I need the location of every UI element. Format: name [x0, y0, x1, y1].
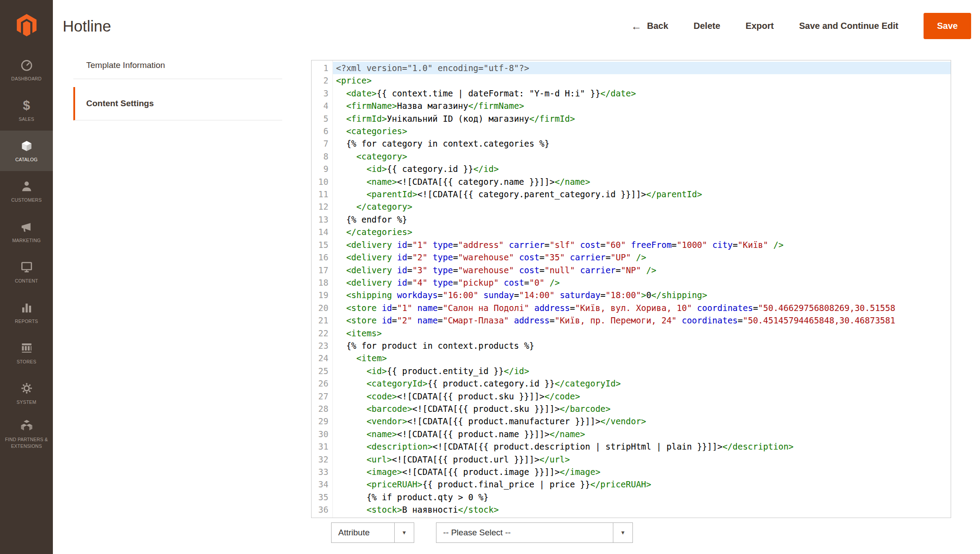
sidebar-item-label: DASHBOARD — [9, 76, 43, 82]
chevron-down-icon[interactable]: ▼ — [394, 523, 414, 542]
code-line: <category> — [333, 150, 951, 163]
line-number: 26 — [312, 377, 332, 390]
please-select-dropdown[interactable]: -- Please Select -- ▼ — [436, 522, 633, 543]
line-number: 30 — [312, 428, 332, 440]
sidebar-item-find-partners[interactable]: FIND PARTNERS & EXTENSIONS — [0, 414, 53, 454]
code-line: </categories> — [333, 226, 951, 238]
page-title: Hotline — [63, 17, 111, 35]
sidebar-item-system[interactable]: SYSTEM — [0, 373, 53, 414]
line-number: 31 — [312, 440, 332, 453]
line-number: 4 — [312, 100, 332, 112]
partners-icon — [20, 418, 34, 433]
code-line: <priceRUAH>{{ product.final_price | pric… — [333, 478, 951, 490]
code-line: <price> — [333, 74, 951, 87]
back-arrow-icon: ← — [631, 21, 642, 32]
sidebar-item-label: CONTENT — [13, 278, 40, 284]
code-line: <firmId>Унікальний ID (код) магазину</fi… — [333, 112, 951, 125]
code-line: <name><![CDATA[{{ category.name }}]]></n… — [333, 175, 951, 188]
line-number: 9 — [312, 163, 332, 175]
code-line: <items> — [333, 327, 951, 339]
line-number: 34 — [312, 478, 332, 490]
admin-sidebar: DASHBOARD $ SALES CATALOG CUSTOMERS MARK… — [0, 0, 53, 554]
system-icon — [20, 381, 34, 395]
sidebar-item-dashboard[interactable]: DASHBOARD — [0, 50, 53, 90]
code-line: <categoryId>{{ product.category.id }}</c… — [333, 377, 951, 390]
stores-icon — [20, 341, 34, 355]
code-line: {% for category in context.categories %} — [333, 137, 951, 150]
sidebar-item-label: MARKETING — [10, 237, 42, 243]
magento-logo[interactable] — [0, 0, 53, 50]
code-line: <item> — [333, 352, 951, 364]
line-number: 18 — [312, 276, 332, 289]
code-line: {% for product in context.products %} — [333, 339, 951, 352]
export-button[interactable]: Export — [746, 21, 774, 31]
back-button-label: Back — [647, 21, 668, 31]
content-icon — [20, 260, 34, 274]
code-line: <description><![CDATA[{{ product.descrip… — [333, 440, 951, 453]
line-number: 8 — [312, 150, 332, 163]
code-line: <delivery id="1" type="address" carrier=… — [333, 239, 951, 251]
save-and-continue-button[interactable]: Save and Continue Edit — [799, 21, 898, 31]
code-line: <url><![CDATA[{{ product.url }}]]></url> — [333, 453, 951, 466]
line-number: 19 — [312, 289, 332, 301]
attribute-select[interactable]: Attribute ▼ — [331, 522, 414, 543]
delete-button[interactable]: Delete — [694, 21, 720, 31]
editor-code[interactable]: <?xml version="1.0" encoding="utf-8"?><p… — [333, 60, 951, 518]
code-line: <categories> — [333, 125, 951, 137]
please-select-value: -- Please Select -- — [436, 523, 613, 542]
line-number: 15 — [312, 239, 332, 251]
sidebar-item-label: SYSTEM — [15, 399, 38, 405]
settings-tabs: Template Information Content Settings — [73, 52, 282, 120]
code-line: <delivery id="2" type="warehouse" cost="… — [333, 251, 951, 263]
line-number: 24 — [312, 352, 332, 364]
dashboard-icon — [20, 58, 34, 72]
sidebar-item-sales[interactable]: $ SALES — [0, 90, 53, 131]
sidebar-item-stores[interactable]: STORES — [0, 333, 53, 373]
header-actions: ← Back Delete Export Save and Continue E… — [631, 13, 971, 39]
sidebar-item-marketing[interactable]: MARKETING — [0, 211, 53, 252]
code-line: {% if product.qty > 0 %} — [333, 491, 951, 503]
code-line: <barcode><![CDATA[{{ product.sku }}]]></… — [333, 403, 951, 415]
code-line: <firmName>Назва магазину</firmName> — [333, 100, 951, 112]
sidebar-item-label: SALES — [17, 116, 36, 122]
code-line: <vendor><![CDATA[{{ product.manufacturer… — [333, 415, 951, 427]
save-button[interactable]: Save — [924, 13, 971, 39]
code-line: <delivery id="4" type="pickup" cost="0" … — [333, 276, 951, 289]
line-number: 16 — [312, 251, 332, 263]
line-number: 33 — [312, 466, 332, 478]
sidebar-item-reports[interactable]: REPORTS — [0, 292, 53, 333]
sidebar-item-catalog[interactable]: CATALOG — [0, 131, 53, 171]
sidebar-item-customers[interactable]: CUSTOMERS — [0, 171, 53, 211]
code-line: <shipping workdays="16:00" sunday="14:00… — [333, 289, 951, 301]
sidebar-item-label: CUSTOMERS — [9, 197, 44, 203]
code-line: <store id="2" name="Смарт-Плаза" address… — [333, 314, 951, 327]
template-code-editor[interactable]: 1234567891011121314151617181920212223242… — [311, 60, 951, 518]
code-line: <id>{{ category.id }}</id> — [333, 163, 951, 175]
line-number: 6 — [312, 125, 332, 137]
code-line: <date>{{ context.time | dateFormat: "Y-m… — [333, 87, 951, 100]
code-line: <name><![CDATA[{{ product.name }}]]></na… — [333, 428, 951, 440]
code-line: <store id="1" name="Салон на Подолі" add… — [333, 302, 951, 314]
editor-gutter: 1234567891011121314151617181920212223242… — [312, 60, 333, 518]
line-number: 32 — [312, 453, 332, 466]
tab-template-information[interactable]: Template Information — [73, 52, 282, 79]
line-number: 35 — [312, 491, 332, 503]
line-number: 3 — [312, 87, 332, 100]
page-header: Hotline ← Back Delete Export Save and Co… — [53, 0, 980, 52]
sidebar-item-content[interactable]: CONTENT — [0, 252, 53, 292]
catalog-icon — [20, 139, 34, 153]
sidebar-item-label: STORES — [15, 359, 38, 365]
code-line: <?xml version="1.0" encoding="utf-8"?> — [333, 62, 951, 74]
marketing-icon — [20, 219, 34, 234]
tab-content-settings[interactable]: Content Settings — [73, 87, 282, 120]
code-line: </category> — [333, 200, 951, 213]
line-number: 17 — [312, 264, 332, 276]
line-number: 28 — [312, 403, 332, 415]
line-number: 12 — [312, 200, 332, 213]
line-number: 11 — [312, 188, 332, 200]
code-line: <stock>В наявності</stock> — [333, 503, 951, 516]
back-button[interactable]: ← Back — [631, 21, 668, 32]
line-number: 13 — [312, 213, 332, 226]
magento-logo-icon — [14, 12, 39, 37]
chevron-down-icon[interactable]: ▼ — [613, 523, 632, 542]
